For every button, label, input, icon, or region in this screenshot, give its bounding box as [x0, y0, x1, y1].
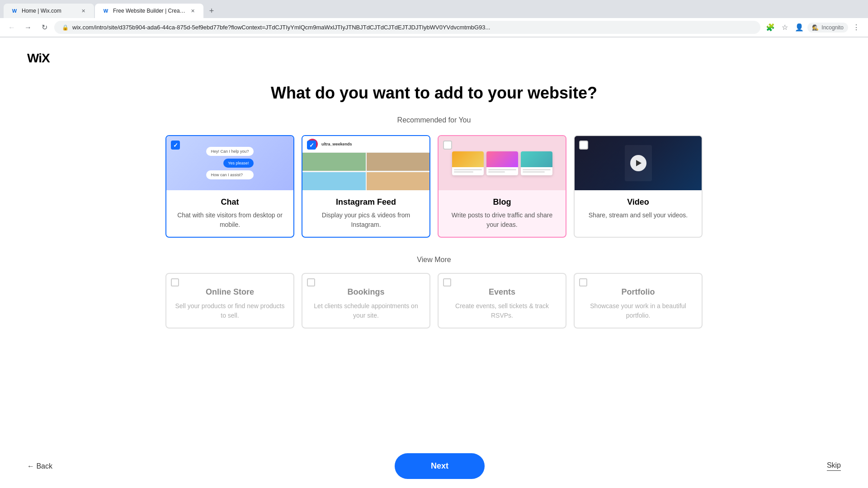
events-title: Events [446, 287, 558, 297]
blog-thumb-2 [486, 151, 518, 175]
blog-line [488, 171, 505, 173]
chat-card-body: Chat Chat with site visitors from deskto… [166, 190, 293, 237]
blog-line [454, 171, 473, 173]
online-store-title: Online Store [174, 287, 286, 297]
blog-card-desc: Write posts to drive traffic and share y… [446, 211, 558, 230]
chat-bubble-received-2: How can I assist? [206, 170, 253, 179]
menu-button[interactable]: ⋮ [850, 21, 863, 34]
reload-button[interactable]: ↻ [38, 21, 51, 34]
ig-photo-3 [302, 172, 366, 190]
blog-card-body: Blog Write posts to drive traffic and sh… [439, 190, 566, 237]
chat-card-desc: Chat with site visitors from desktop or … [174, 211, 286, 230]
blog-card-title: Blog [446, 197, 558, 207]
instagram-card-title: Instagram Feed [310, 197, 422, 207]
incognito-label: Incognito [821, 24, 844, 31]
online-store-desc: Sell your products or find new products … [174, 301, 286, 320]
blog-thumb-img-1 [452, 151, 484, 167]
browser-tabs: W Home | Wix.com ✕ W Free Website Builde… [0, 0, 868, 18]
toolbar-actions: 🧩 ☆ 👤 🕵 Incognito ⋮ [764, 21, 863, 34]
events-desc: Create events, sell tickets & track RSVP… [446, 301, 558, 320]
blog-line [523, 171, 545, 173]
blog-line [523, 169, 551, 170]
play-button-icon [630, 155, 646, 171]
tab-builder[interactable]: W Free Website Builder | Create a F... ✕ [95, 4, 203, 18]
blog-thumb-img-3 [521, 151, 552, 167]
tab-favicon-builder: W [102, 7, 109, 14]
portfolio-checkbox[interactable] [579, 278, 587, 286]
wix-logo: WiX [27, 51, 841, 66]
portfolio-desc: Showcase your work in a beautiful portfo… [582, 301, 694, 320]
instagram-card-body: Instagram Feed Display your pics & video… [302, 190, 429, 237]
tab-favicon-home: W [11, 7, 18, 14]
page-content: WiX What do you want to add to your webs… [0, 38, 868, 485]
blog-card[interactable]: Blog Write posts to drive traffic and sh… [438, 135, 566, 238]
bookings-checkbox[interactable] [307, 278, 315, 286]
chat-bubble-sent: Yes please! [223, 159, 253, 168]
bottom-navigation: ← Back Next Skip [0, 444, 868, 488]
portfolio-card[interactable]: Portfolio Showcase your work in a beauti… [574, 273, 703, 328]
next-button[interactable]: Next [395, 453, 485, 479]
chat-card[interactable]: Hey! Can I help you? Yes please! How can… [165, 135, 294, 238]
portfolio-title: Portfolio [582, 287, 694, 297]
browser-toolbar: ← → ↻ 🔒 wix.com/intro/site/d375b904-ada6… [0, 18, 868, 37]
address-bar[interactable]: 🔒 wix.com/intro/site/d375b904-ada6-44ca-… [54, 21, 760, 34]
recommended-label: Recommended for You [0, 116, 868, 124]
ig-header: ultra_weekends [302, 136, 429, 153]
chat-checkbox[interactable] [171, 141, 180, 150]
events-checkbox[interactable] [443, 278, 451, 286]
blog-thumb-content-2 [486, 167, 518, 175]
back-nav-button[interactable]: ← [5, 21, 18, 34]
browser-chrome: W Home | Wix.com ✕ W Free Website Builde… [0, 0, 868, 38]
ig-photo-1 [302, 153, 366, 171]
blog-card-image [439, 136, 566, 190]
incognito-badge: 🕵 Incognito [807, 23, 848, 33]
video-checkbox[interactable] [579, 141, 588, 150]
url-text: wix.com/intro/site/d375b904-ada6-44ca-87… [72, 24, 753, 31]
video-card-image [575, 136, 702, 190]
bookings-desc: Let clients schedule appointments on you… [310, 301, 422, 320]
blog-checkbox[interactable] [443, 141, 452, 150]
instagram-card-image: ultra_weekends [302, 136, 429, 190]
video-card-title: Video [582, 197, 694, 207]
ig-photo-4 [367, 172, 430, 190]
tab-home[interactable]: W Home | Wix.com ✕ [4, 4, 94, 18]
play-triangle [636, 160, 642, 166]
instagram-checkbox[interactable] [307, 141, 316, 150]
blog-thumb-1 [452, 151, 484, 175]
video-card-desc: Share, stream and sell your videos. [582, 211, 694, 220]
wix-header: WiX [0, 38, 868, 75]
forward-nav-button[interactable]: → [22, 21, 34, 34]
bookings-title: Bookings [310, 287, 422, 297]
video-bg [575, 136, 702, 190]
video-card-body: Video Share, stream and sell your videos… [575, 190, 702, 227]
extensions-button[interactable]: 🧩 [764, 21, 777, 34]
lock-icon: 🔒 [62, 24, 69, 31]
bookmark-button[interactable]: ☆ [778, 21, 791, 34]
skip-button[interactable]: Skip [827, 461, 841, 471]
instagram-card[interactable]: ultra_weekends Instagram Feed Display yo… [302, 135, 430, 238]
recommended-cards: Hey! Can I help you? Yes please! How can… [0, 135, 868, 238]
tab-title-builder: Free Website Builder | Create a F... [113, 8, 185, 14]
incognito-icon: 🕵 [812, 24, 819, 31]
tab-close-builder[interactable]: ✕ [189, 7, 196, 14]
blog-thumb-img-2 [486, 151, 518, 167]
chat-card-title: Chat [174, 197, 286, 207]
video-card[interactable]: Video Share, stream and sell your videos… [574, 135, 703, 238]
view-more-section: View More Online Store Sell your product… [0, 256, 868, 328]
online-store-card[interactable]: Online Store Sell your products or find … [165, 273, 294, 328]
chat-bubbles: Hey! Can I help you? Yes please! How can… [202, 142, 258, 184]
profile-button[interactable]: 👤 [793, 21, 806, 34]
chat-card-image: Hey! Can I help you? Yes please! How can… [166, 136, 293, 190]
blog-thumb-content-1 [452, 167, 484, 175]
bookings-card[interactable]: Bookings Let clients schedule appointmen… [302, 273, 430, 328]
events-card[interactable]: Events Create events, sell tickets & tra… [438, 273, 566, 328]
online-store-checkbox[interactable] [171, 278, 179, 286]
view-more-label: View More [0, 256, 868, 264]
blog-line [488, 169, 516, 170]
tab-title-home: Home | Wix.com [22, 8, 76, 14]
new-tab-button[interactable]: + [204, 4, 219, 18]
tab-close-home[interactable]: ✕ [80, 7, 87, 14]
back-button[interactable]: ← Back [27, 462, 52, 470]
chat-bubble-received: Hey! Can I help you? [206, 147, 253, 156]
ig-photo-2 [367, 153, 430, 171]
